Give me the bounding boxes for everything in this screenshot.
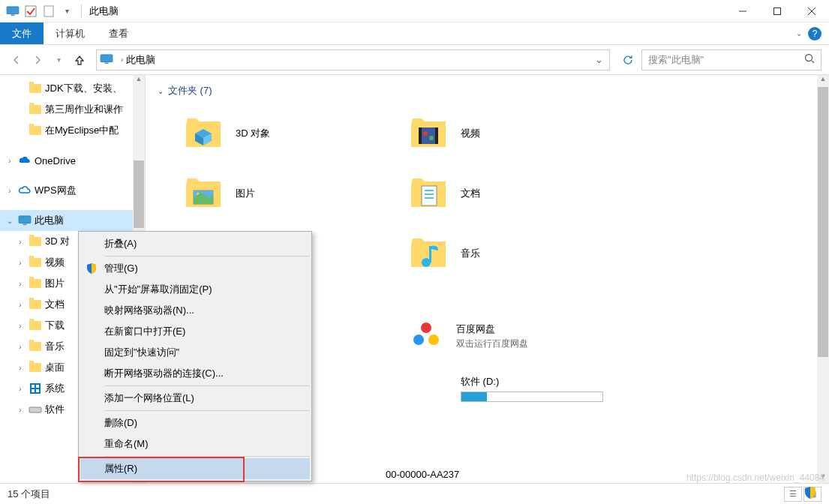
folder-item[interactable]: 音乐 (408, 224, 633, 284)
svg-rect-37 (429, 246, 431, 262)
svg-point-39 (413, 334, 424, 345)
expand-icon[interactable]: › (15, 322, 26, 330)
scroll-thumb[interactable] (818, 87, 828, 357)
maximize-button[interactable] (760, 0, 794, 22)
ribbon-expand-icon[interactable]: ⌄ (796, 29, 802, 38)
title-bar: ▾ 此电脑 (0, 0, 829, 22)
section-header-folders[interactable]: ⌄ 文件夹 (7) (146, 84, 829, 98)
svg-point-26 (423, 131, 428, 136)
folder-icon (29, 103, 42, 116)
svg-rect-16 (36, 385, 39, 388)
folder-item[interactable]: 图片 (183, 164, 408, 224)
context-menu-item[interactable]: 添加一个网络位置(L) (80, 388, 310, 409)
folder-item[interactable]: 文档 (408, 164, 633, 224)
expand-icon[interactable]: › (5, 187, 15, 195)
folder-icon (29, 124, 42, 137)
context-menu-item[interactable]: 折叠(A) (80, 233, 310, 254)
chevron-right-icon[interactable]: › (121, 56, 123, 64)
expand-icon[interactable]: ⌄ (5, 217, 15, 225)
tab-view[interactable]: 查看 (97, 22, 140, 44)
pc-icon (18, 214, 32, 227)
3d-icon (29, 235, 42, 248)
shield-icon (803, 486, 817, 502)
folder-item-baidu[interactable]: 百度网盘 双击运行百度网盘 (408, 306, 633, 366)
up-button[interactable] (71, 51, 89, 69)
expand-icon[interactable]: › (15, 238, 26, 246)
expand-icon[interactable]: › (15, 259, 26, 267)
baidu-icon (408, 317, 444, 356)
system-icon (29, 382, 42, 395)
svg-rect-15 (32, 385, 35, 388)
recent-dropdown[interactable]: ▾ (50, 51, 68, 69)
expand-icon[interactable]: › (15, 385, 26, 393)
expand-icon[interactable]: › (15, 406, 26, 414)
drive-item-d[interactable]: 软件 (D:) (408, 375, 633, 402)
tab-computer[interactable]: 计算机 (44, 22, 97, 44)
svg-rect-1 (11, 14, 14, 16)
back-button[interactable] (8, 51, 26, 69)
svg-rect-8 (101, 54, 113, 62)
navigation-bar: ▾ › 此电脑 ⌄ 搜索"此电脑" (0, 45, 829, 75)
refresh-button[interactable] (617, 50, 638, 70)
context-menu-item[interactable]: 从"开始"屏幕取消固定(P) (80, 279, 310, 300)
search-placeholder: 搜索"此电脑" (648, 53, 704, 67)
wps-icon (18, 184, 32, 197)
search-input[interactable]: 搜索"此电脑" (641, 50, 821, 70)
context-menu-item[interactable]: 管理(G) (80, 258, 310, 279)
svg-point-38 (421, 322, 431, 333)
expand-icon[interactable]: › (5, 157, 15, 165)
tree-item-onedrive[interactable]: ›OneDrive (0, 150, 145, 171)
folder-item[interactable]: 视频 (408, 104, 633, 164)
music-icon (29, 340, 42, 353)
context-menu-item[interactable]: 断开网络驱动器的连接(C)... (80, 363, 310, 384)
context-menu-item[interactable]: 映射网络驱动器(N)... (80, 300, 310, 321)
forward-button[interactable] (29, 51, 47, 69)
minimize-button[interactable] (725, 0, 760, 22)
context-menu-item[interactable]: 删除(D) (80, 412, 310, 434)
pc-icon (100, 54, 113, 66)
view-details-button[interactable]: ☰ (784, 487, 802, 502)
svg-rect-9 (104, 62, 108, 64)
shield-icon (85, 262, 98, 275)
tree-item-folder[interactable]: 第三周作业和课作 (0, 99, 145, 120)
desktop-icon (29, 361, 42, 374)
context-menu-item[interactable]: 属性(R) (80, 458, 310, 479)
3d-folder-icon (183, 116, 224, 152)
svg-rect-25 (435, 128, 438, 144)
content-scrollbar[interactable]: ▲ ▼ (817, 75, 829, 483)
documents-icon (29, 298, 42, 311)
folder-item[interactable]: 3D 对象 (183, 104, 408, 164)
close-button[interactable] (794, 0, 829, 22)
tree-item-folder[interactable]: 在MyEclipse中配 (0, 120, 145, 141)
address-dropdown-icon[interactable]: ⌄ (592, 54, 606, 65)
help-icon[interactable]: ? (808, 27, 821, 40)
context-menu-item[interactable]: 在新窗口中打开(E) (80, 321, 310, 342)
documents-folder-icon (408, 176, 449, 212)
tree-item-wps[interactable]: ›WPS网盘 (0, 180, 145, 201)
address-segment[interactable]: 此电脑 (126, 53, 155, 67)
qat-dropdown-icon[interactable]: ▾ (59, 3, 75, 20)
tree-item-folder[interactable]: JDK下载、安装、 (0, 78, 145, 99)
tree-item-pc[interactable]: ⌄此电脑 (0, 210, 145, 231)
expand-icon[interactable]: › (15, 343, 26, 351)
svg-point-27 (429, 136, 434, 140)
file-icon[interactable] (41, 3, 57, 20)
context-menu-item[interactable]: 固定到"快速访问" (80, 342, 310, 363)
scroll-thumb[interactable] (134, 160, 144, 228)
svg-point-40 (428, 334, 439, 345)
video-folder-icon (408, 116, 449, 152)
quick-access-toolbar: ▾ (0, 3, 86, 20)
expand-icon[interactable]: › (15, 364, 26, 372)
checkbox-icon[interactable] (23, 3, 39, 20)
address-bar[interactable]: › 此电脑 ⌄ (96, 50, 610, 70)
expand-icon[interactable]: › (15, 301, 26, 309)
drive-icon (29, 403, 42, 416)
caret-down-icon: ⌄ (158, 87, 164, 95)
expand-icon[interactable]: › (15, 280, 26, 288)
context-menu-item[interactable]: 重命名(M) (80, 434, 310, 454)
svg-rect-18 (36, 389, 39, 392)
tab-file[interactable]: 文件 (0, 22, 44, 44)
search-icon[interactable] (804, 53, 815, 66)
svg-rect-12 (19, 216, 31, 224)
folder-icon (29, 82, 42, 95)
